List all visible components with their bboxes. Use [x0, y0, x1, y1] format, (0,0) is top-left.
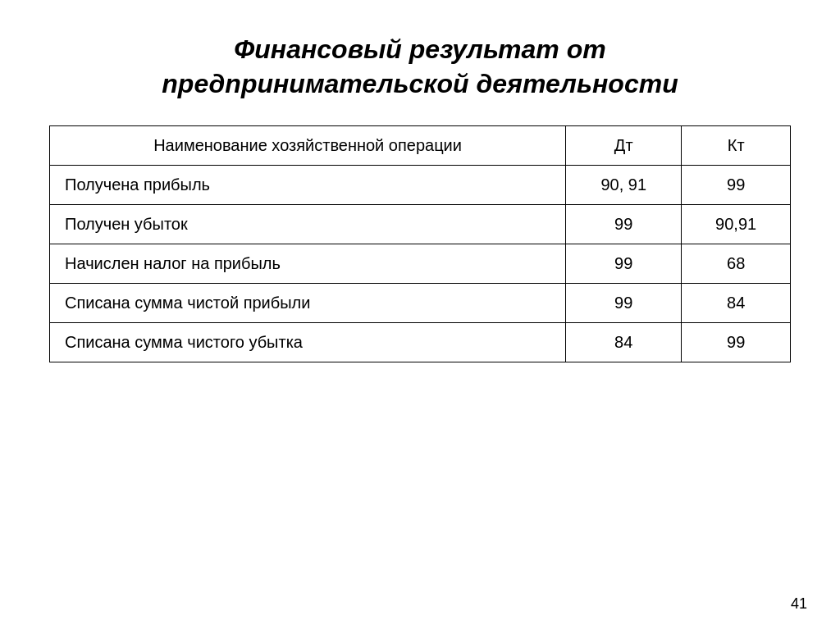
table-row: Списана сумма чистого убытка8499	[50, 323, 791, 362]
table-row: Получена прибыль90, 9199	[50, 166, 791, 205]
cell-operation: Списана сумма чистой прибыли	[50, 284, 566, 323]
cell-dt: 84	[566, 323, 682, 362]
page-number: 41	[791, 595, 807, 613]
cell-kt: 99	[682, 323, 791, 362]
col-header-dt: Дт	[566, 126, 682, 166]
cell-dt: 99	[566, 205, 682, 244]
cell-operation: Получен убыток	[50, 205, 566, 244]
cell-dt: 99	[566, 284, 682, 323]
financial-results-table: Наименование хозяйственной операции Дт К…	[49, 125, 791, 362]
main-table-container: Наименование хозяйственной операции Дт К…	[49, 125, 791, 362]
cell-operation: Начислен налог на прибыль	[50, 244, 566, 284]
cell-dt: 90, 91	[566, 166, 682, 205]
col-header-operation: Наименование хозяйственной операции	[50, 126, 566, 166]
table-row: Начислен налог на прибыль9968	[50, 244, 791, 284]
table-row: Получен убыток9990,91	[50, 205, 791, 244]
cell-operation: Получена прибыль	[50, 166, 566, 205]
page-title: Финансовый результат от предпринимательс…	[162, 33, 678, 101]
cell-kt: 99	[682, 166, 791, 205]
cell-kt: 68	[682, 244, 791, 284]
cell-operation: Списана сумма чистого убытка	[50, 323, 566, 362]
table-row: Списана сумма чистой прибыли9984	[50, 284, 791, 323]
cell-kt: 84	[682, 284, 791, 323]
cell-kt: 90,91	[682, 205, 791, 244]
col-header-kt: Кт	[682, 126, 791, 166]
cell-dt: 99	[566, 244, 682, 284]
